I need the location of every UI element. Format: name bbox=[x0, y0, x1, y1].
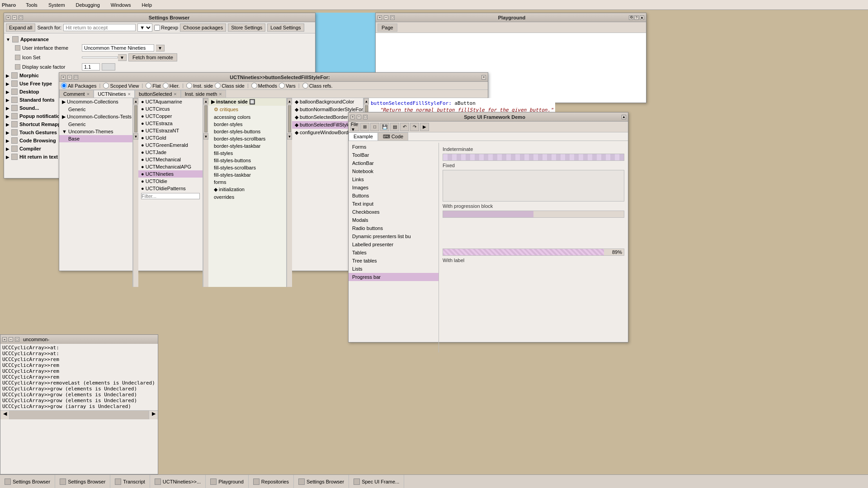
class-uct-gold[interactable]: ● UCTGold bbox=[138, 134, 203, 141]
spec-file-btn[interactable]: File ▼ bbox=[350, 123, 359, 131]
pkg-uncommon-themes[interactable]: ▼ Uncommon-Themes bbox=[59, 128, 132, 135]
playground-page-tab[interactable]: Page bbox=[377, 23, 397, 32]
cat-border-styles-scrollbars[interactable]: border-styles-scrollbars bbox=[208, 135, 286, 142]
spec-item-checkboxes[interactable]: Checkboxes bbox=[349, 208, 439, 216]
spec-minimize-btn[interactable]: − bbox=[357, 115, 361, 119]
class-uct-oldiepatterns[interactable]: ● UCTOldiePatterns bbox=[138, 185, 203, 192]
mth-scroll-up[interactable]: ▲ bbox=[364, 98, 369, 104]
spec-tb1[interactable]: ⊞ bbox=[360, 123, 369, 131]
packages-scrollbar[interactable]: ▲ ▼ bbox=[133, 98, 138, 287]
pg-minimize-btn[interactable]: − bbox=[384, 15, 388, 20]
classes-scrollbar[interactable]: ▲ ▼ bbox=[203, 98, 208, 287]
ll-scroll-left[interactable]: ◀ bbox=[0, 411, 9, 419]
pkg-ucc-tests[interactable]: ▶ Uncommon-Collections-Tests bbox=[59, 113, 132, 121]
close-instsidemeth-tab[interactable]: × bbox=[219, 91, 222, 97]
class-uct-greenemerald[interactable]: ● UCTGreenEmerald bbox=[138, 141, 203, 149]
pg-close-btn[interactable]: × bbox=[377, 15, 382, 20]
fetch-remote-button[interactable]: Fetch from remote bbox=[128, 53, 177, 61]
class-uct-mechanical[interactable]: ● UCTMechanical bbox=[138, 156, 203, 163]
uct-minimize-btn[interactable]: − bbox=[67, 75, 72, 80]
tab-instsidemeth[interactable]: Inst. side meth × bbox=[181, 90, 226, 98]
class-uct-copper[interactable]: ● UCTCopper bbox=[138, 113, 203, 120]
class-uct-oldie[interactable]: ● UCTOldie bbox=[138, 178, 203, 185]
cat-scroll-up[interactable]: ▲ bbox=[287, 98, 292, 104]
taskbar-transcript[interactable]: Transcript bbox=[110, 475, 150, 488]
close-btnselected-tab[interactable]: × bbox=[174, 91, 176, 97]
spec-item-links[interactable]: Links bbox=[349, 175, 439, 183]
taskbar-settings3[interactable]: Settings Browser bbox=[294, 475, 349, 488]
spec-item-dynamic[interactable]: Dynamic presenters list bu bbox=[349, 232, 439, 240]
ll-maximize-btn[interactable]: □ bbox=[15, 337, 19, 342]
menu-debugging[interactable]: Debugging bbox=[73, 1, 103, 9]
radio-methods[interactable]: Methods bbox=[251, 83, 277, 89]
cat-fill-styles[interactable]: fill-styles bbox=[208, 150, 286, 157]
cls-scroll-up[interactable]: ▲ bbox=[203, 98, 208, 104]
method-balloon[interactable]: ◆ balloonBackgroundColor bbox=[292, 98, 363, 106]
pkg-generic1[interactable]: Generic bbox=[59, 106, 132, 113]
class-uct-estrazant[interactable]: ● UCTEstrazaNT bbox=[138, 127, 203, 134]
scale-slider[interactable] bbox=[102, 63, 115, 70]
spec-tb4[interactable]: ▤ bbox=[390, 123, 399, 131]
cat-fill-styles-scrollbars[interactable]: fill-styles-scrollbars bbox=[208, 164, 286, 171]
spec-example-tab[interactable]: Example bbox=[349, 132, 378, 141]
cat-scroll-thumb[interactable] bbox=[288, 105, 291, 132]
cat-critiques[interactable]: ⚙ critiques bbox=[208, 106, 286, 113]
class-uct-jade[interactable]: ● UCTJade bbox=[138, 149, 203, 156]
pg-maximize-btn[interactable]: □ bbox=[390, 15, 395, 20]
spec-item-forms[interactable]: Forms bbox=[349, 143, 439, 151]
pkg-scroll-up[interactable]: ▲ bbox=[133, 98, 138, 104]
spec-close-btn[interactable]: × bbox=[350, 115, 355, 119]
spec-item-textinput[interactable]: Text input bbox=[349, 200, 439, 208]
radio-vars[interactable]: Vars bbox=[279, 83, 296, 89]
categories-scrollbar[interactable]: ▲ ▼ bbox=[287, 98, 292, 287]
maximize-btn[interactable]: □ bbox=[19, 15, 23, 20]
pkg-generic2[interactable]: Generic bbox=[59, 121, 132, 128]
class-uct-circus[interactable]: ● UCTCircus bbox=[138, 105, 203, 113]
cat-instside[interactable]: ▶ instance side 🔲 bbox=[208, 98, 286, 106]
radio-instside[interactable]: Inst. side bbox=[186, 83, 213, 89]
uct-maximize-btn[interactable]: □ bbox=[74, 75, 78, 80]
expand-all-button[interactable]: Expand all bbox=[6, 23, 35, 32]
radio-classrefs[interactable]: Class refs. bbox=[302, 83, 333, 89]
uct-close-btn[interactable]: × bbox=[61, 75, 66, 80]
cat-scroll-down[interactable]: ▼ bbox=[287, 133, 292, 140]
spec-item-images[interactable]: Images bbox=[349, 183, 439, 192]
choose-packages-button[interactable]: Choose packages bbox=[180, 23, 226, 32]
spec-tb2[interactable]: □ bbox=[370, 123, 379, 131]
cat-overrides[interactable]: overrides bbox=[208, 193, 286, 201]
taskbar-playground[interactable]: Playground bbox=[206, 475, 249, 488]
cls-scroll-down[interactable]: ▼ bbox=[203, 133, 208, 140]
taskbar-repositories[interactable]: Repositories bbox=[249, 475, 294, 488]
radio-hier[interactable]: Hier. bbox=[163, 83, 180, 89]
spec-item-treetables[interactable]: Tree tables bbox=[349, 257, 439, 265]
close-uctnineties-tab[interactable]: × bbox=[127, 91, 130, 97]
radio-allpkgs[interactable]: All Packages bbox=[61, 83, 97, 89]
store-settings-button[interactable]: Store Settings bbox=[228, 23, 265, 32]
tab-uctnineties[interactable]: UCTNineties × bbox=[94, 90, 135, 98]
pkg-base[interactable]: Base bbox=[59, 135, 132, 142]
class-uct-estraza[interactable]: ● UCTEstraza bbox=[138, 120, 203, 127]
taskbar-uctnineties[interactable]: UCTNineties>>... bbox=[150, 475, 206, 488]
theme-dropdown-btn[interactable]: ▼ bbox=[156, 45, 165, 52]
class-uct-nineties[interactable]: ● UCTNineties bbox=[138, 170, 203, 178]
spec-item-actionbar[interactable]: ActionBar bbox=[349, 159, 439, 167]
spec-item-labelled[interactable]: Labelled presenter bbox=[349, 240, 439, 249]
spec-item-buttons[interactable]: Buttons bbox=[349, 192, 439, 200]
menu-tools[interactable]: Tools bbox=[23, 1, 40, 9]
tab-comment[interactable]: Comment × bbox=[59, 90, 94, 98]
ll-scrollbar-h[interactable]: ◀ ▶ bbox=[0, 410, 158, 419]
ll-minimize-btn[interactable]: − bbox=[9, 337, 13, 342]
pkg-scroll-down[interactable]: ▼ bbox=[133, 133, 138, 140]
cat-fill-styles-taskbar[interactable]: fill-styles-taskbar bbox=[208, 171, 286, 178]
cat-forms[interactable]: forms bbox=[208, 178, 286, 186]
spec-item-radiobuttons[interactable]: Radio buttons bbox=[349, 224, 439, 232]
spec-item-progressbar[interactable]: Progress bar bbox=[349, 273, 439, 281]
spec-tb3[interactable]: 💾 bbox=[380, 123, 389, 131]
uct-close2-btn[interactable]: × bbox=[481, 75, 486, 80]
taskbar-specui[interactable]: Spec UI Frame... bbox=[349, 475, 404, 488]
radio-scoped[interactable]: Scoped View bbox=[103, 83, 139, 89]
load-settings-button[interactable]: Load Settings bbox=[267, 23, 304, 32]
spec-expand-btn[interactable]: ▲ bbox=[622, 115, 626, 119]
spec-item-toolbar[interactable]: ToolBar bbox=[349, 151, 439, 159]
menu-windows[interactable]: Windows bbox=[108, 1, 134, 9]
